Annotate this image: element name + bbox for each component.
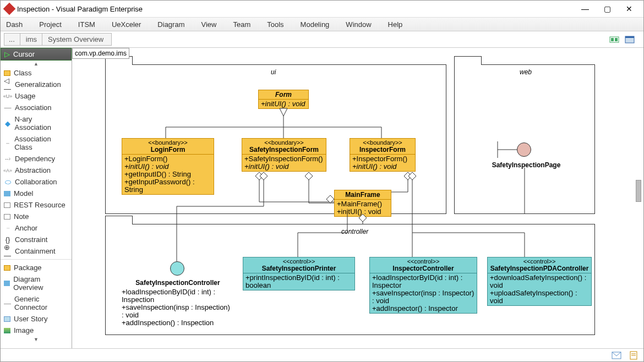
note-status-icon[interactable]: [629, 351, 638, 360]
titlebar: Inspection - Visual Paradigm Enterprise …: [1, 1, 643, 17]
minimize-button[interactable]: —: [575, 2, 595, 15]
cursor-icon: ▷: [4, 50, 10, 58]
nary-icon: ◆: [4, 119, 12, 127]
package-web-label: web: [520, 68, 532, 76]
menu-project[interactable]: Project: [39, 20, 61, 29]
svg-rect-4: [625, 36, 634, 38]
palette-collapse-down[interactable]: ▼: [1, 336, 72, 343]
svg-rect-1: [611, 38, 614, 41]
layout-icon[interactable]: [609, 35, 619, 44]
diagram-canvas[interactable]: ui web controller Form +initUI() : void …: [72, 48, 643, 348]
menu-uexceler[interactable]: UeXceler: [112, 20, 141, 29]
palette-generalization[interactable]: ◁—Generalization: [1, 79, 72, 90]
menu-window[interactable]: Window: [346, 20, 371, 29]
usage-icon: «U»: [4, 92, 12, 100]
containment-icon: ⊕—: [4, 248, 12, 255]
palette-generic-connector[interactable]: —Generic Connector: [1, 293, 72, 313]
image-icon: [4, 328, 10, 333]
menu-view[interactable]: View: [201, 20, 216, 29]
palette-abstraction[interactable]: «A»Abstraction: [1, 164, 72, 176]
palette-association[interactable]: —Association: [1, 102, 72, 113]
palette-cursor-label: Cursor: [13, 50, 35, 58]
class-safetyinspectioncontroller[interactable]: SafetyInspectionController +loadInspecti…: [122, 279, 234, 327]
palette-nary[interactable]: ◆N-ary Association: [1, 113, 72, 133]
note-icon: [4, 214, 10, 220]
breadcrumb-bar: ... ims System Overview: [1, 31, 643, 48]
class-mainframe[interactable]: MainFrame +MainFrame() +initUI() : void: [334, 190, 391, 217]
package-path-field[interactable]: com.vp.demo.ims: [72, 48, 129, 59]
palette-containment[interactable]: ⊕—Containment: [1, 245, 72, 257]
menu-dash[interactable]: Dash: [6, 20, 23, 29]
interface-safetyinspectionpage-icon[interactable]: [517, 142, 531, 157]
class-safetyinspectionprinter[interactable]: <<control>>SafetyInspectionPrinter +prin…: [243, 257, 355, 290]
tool-palette: ▷ Cursor ▲ Class ◁—Generalization «U»Usa…: [1, 48, 72, 348]
association-icon: —: [4, 104, 12, 112]
rest-icon: [4, 202, 10, 208]
class-icon: [4, 70, 10, 76]
menu-team[interactable]: Team: [233, 20, 250, 29]
palette-dependency[interactable]: --›Dependency: [1, 153, 72, 164]
svg-rect-2: [615, 38, 618, 41]
palette-package[interactable]: Package: [1, 262, 72, 273]
diagram-overview-icon: [4, 281, 10, 286]
menu-diagram[interactable]: Diagram: [157, 20, 184, 29]
menu-modeling[interactable]: Modeling: [301, 20, 330, 29]
class-safetyinspectionpage[interactable]: SafetyInspectionPage: [485, 161, 567, 169]
window-title: Inspection - Visual Paradigm Enterprise: [17, 5, 143, 13]
model-icon: [4, 191, 10, 196]
palette-note[interactable]: Note: [1, 211, 72, 222]
generic-connector-icon: —: [4, 299, 11, 307]
package-icon: [4, 265, 10, 271]
palette-collaboration[interactable]: ⬭Collaboration: [1, 176, 72, 188]
constraint-icon: {}: [4, 236, 12, 244]
mail-icon[interactable]: [612, 352, 621, 359]
anchor-icon: ┄: [4, 224, 12, 232]
class-form[interactable]: Form +initUI() : void: [258, 90, 309, 109]
dependency-icon: --›: [4, 155, 12, 163]
breadcrumb-system-overview[interactable]: System Overview: [42, 33, 112, 46]
menu-help[interactable]: Help: [388, 20, 403, 29]
class-inspectorform[interactable]: <<boundary>>InspectorForm +InspectorForm…: [350, 138, 416, 172]
app-logo-icon: [3, 3, 16, 15]
class-safetyinspectionform[interactable]: <<boundary>>SafetyInspectionForm +Safety…: [242, 138, 326, 172]
close-button[interactable]: ✕: [619, 2, 639, 15]
palette-collapse-up[interactable]: ▲: [1, 61, 72, 67]
palette-rest[interactable]: REST Resource: [1, 199, 72, 211]
palette-image[interactable]: Image: [1, 325, 72, 336]
class-inspectorcontroller[interactable]: <<control>>InspectorController +loadInsp…: [369, 257, 477, 314]
menu-itsm[interactable]: ITSM: [78, 20, 95, 29]
collaboration-icon: ⬭: [4, 178, 12, 186]
class-pdacontroller[interactable]: <<control>>SafetyInspectionPDAController…: [487, 257, 592, 306]
palette-assoc-class[interactable]: ⎓Association Class: [1, 133, 72, 153]
palette-anchor[interactable]: ┄Anchor: [1, 222, 72, 234]
menubar: Dash Project ITSM UeXceler Diagram View …: [1, 17, 643, 31]
control-sic-icon[interactable]: [170, 261, 184, 276]
generalization-icon: ◁—: [4, 81, 12, 89]
vertical-scrollbar[interactable]: [636, 180, 641, 202]
package-web[interactable]: web: [454, 64, 595, 214]
palette-diagram-overview[interactable]: Diagram Overview: [1, 273, 72, 293]
palette-model[interactable]: Model: [1, 188, 72, 199]
menu-tools[interactable]: Tools: [267, 20, 283, 29]
palette-cursor[interactable]: ▷ Cursor: [1, 48, 72, 61]
palette-user-story[interactable]: User Story: [1, 313, 72, 325]
abstraction-icon: «A»: [4, 167, 12, 174]
breadcrumb: ... ims System Overview: [4, 33, 108, 46]
user-story-icon: [4, 316, 10, 322]
maximize-button[interactable]: ▢: [597, 2, 617, 15]
assoc-class-icon: ⎓: [4, 139, 11, 147]
package-ui-label: ui: [271, 68, 276, 76]
palette-usage[interactable]: «U»Usage: [1, 90, 72, 102]
package-controller-label: controller: [341, 228, 368, 235]
panel-icon[interactable]: [625, 35, 635, 44]
statusbar: [1, 348, 643, 361]
class-loginform[interactable]: <<boundary>>LoginForm +LoginForm() +init…: [122, 138, 214, 195]
